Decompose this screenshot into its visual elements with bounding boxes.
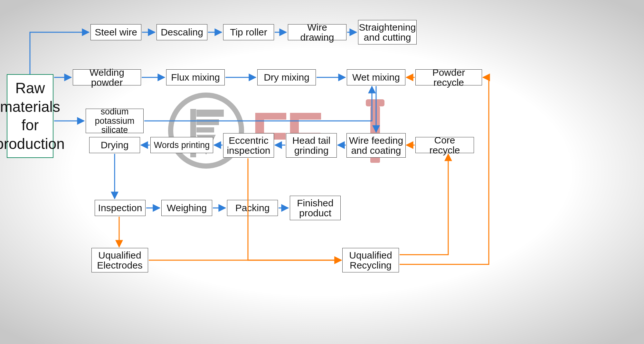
arrow-urecycle-to-powderrecycle <box>400 77 489 264</box>
arrow-src-to-steelwire <box>30 32 89 74</box>
flowchart-canvas: FF Raw materials for production Steel wi… <box>0 0 644 344</box>
arrow-urecycle-to-corerecycle <box>400 154 448 255</box>
arrow-silicate-to-wetmix <box>144 86 372 121</box>
arrow-eccentric-to-urecycle <box>248 158 341 260</box>
arrows-layer <box>0 0 644 344</box>
